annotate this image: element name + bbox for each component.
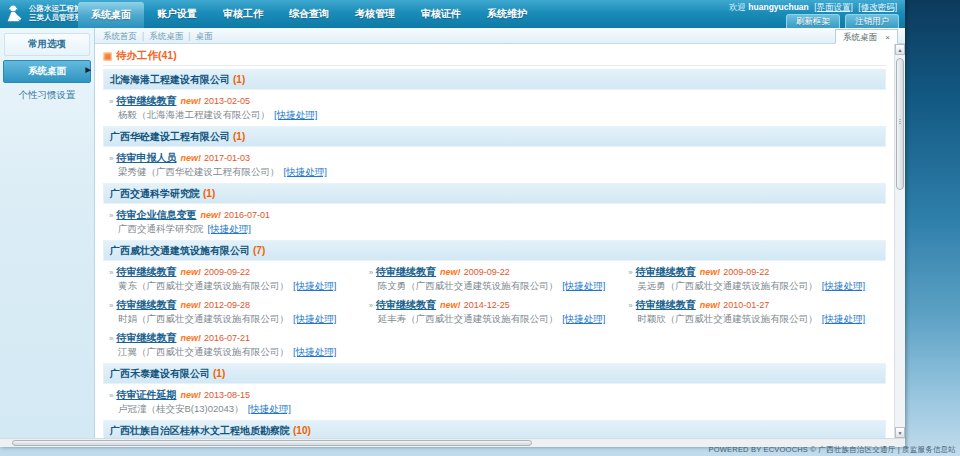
- item-bullet-icon: »: [369, 301, 373, 310]
- top-action-button[interactable]: 刷新框架: [786, 14, 840, 28]
- horizontal-scroll-thumb[interactable]: [12, 440, 532, 446]
- item-date: 2013-02-05: [204, 96, 250, 106]
- todo-item-header: »待审继续教育new!2009-09-22: [628, 266, 880, 279]
- item-bullet-icon: »: [109, 268, 113, 277]
- item-target: 梁秀健（广西华砼建设工程有限公司）: [118, 166, 280, 177]
- item-new-flag: new!: [180, 267, 201, 277]
- quick-handle-link[interactable]: [快捷处理]: [822, 280, 865, 291]
- breadcrumb-item[interactable]: 系统桌面: [149, 31, 183, 41]
- quick-handle-link[interactable]: [快捷处理]: [208, 223, 251, 234]
- quick-handle-link[interactable]: [快捷处理]: [822, 313, 865, 324]
- todo-item-header: »待审继续教育new!2010-01-27: [628, 299, 880, 312]
- quick-handle-link[interactable]: [快捷处理]: [248, 403, 291, 414]
- group-section: 广西华砼建设工程有限公司(1)»待审申报人员new!2017-01-03梁秀健（…: [103, 126, 886, 180]
- group-header: 广西禾泰建设有限公司(1): [103, 363, 886, 384]
- content-tab-desktop[interactable]: 系统桌面 ×: [835, 29, 898, 44]
- todo-item-detail: 杨毅（北海海港工程建设有限公司）[快捷处理]: [109, 109, 361, 121]
- item-title-link[interactable]: 待审申报人员: [116, 152, 176, 163]
- item-target: 吴远勇（广西威壮交通建筑设施有限公司）: [637, 280, 818, 291]
- item-date: 2009-09-22: [204, 267, 250, 277]
- item-title-link[interactable]: 待审企业信息变更: [116, 209, 196, 220]
- vertical-scrollbar[interactable]: ▲ ▼: [894, 44, 905, 438]
- breadcrumb-separator: |: [188, 31, 190, 41]
- item-bullet-icon: »: [109, 211, 113, 220]
- item-title-link[interactable]: 待审继续教育: [116, 95, 176, 106]
- menu-item[interactable]: 系统桌面: [78, 2, 144, 28]
- top-navigation-bar: 公路水运工程施工企业 三类人员管理系统 系统桌面账户设置审核工作综合查询考核管理…: [0, 0, 905, 28]
- group-count: (1): [203, 188, 215, 199]
- group-company-name: 广西壮族自治区桂林水文工程地质勘察院: [110, 425, 290, 436]
- item-target: 卢冠潼（桂交安B(13)02043）: [118, 403, 244, 414]
- menu-item[interactable]: 账户设置: [144, 0, 210, 28]
- worker-logo-icon: [4, 2, 26, 24]
- breadcrumb-item[interactable]: 系统首页: [103, 31, 137, 41]
- breadcrumb-item[interactable]: 桌面: [195, 31, 212, 41]
- item-target: 黄东（广西威壮交通建筑设施有限公司）: [118, 280, 289, 291]
- group-section: 广西壮族自治区桂林水文工程地质勘察院(10)»待审证件延期new!2008-03…: [103, 420, 886, 438]
- todo-item: »待审企业信息变更new!2016-07-01广西交通科学研究院[快捷处理]: [105, 204, 365, 237]
- group-header: 广西威壮交通建筑设施有限公司(7): [103, 240, 886, 261]
- item-title-link[interactable]: 待审继续教育: [636, 266, 696, 277]
- item-title-link[interactable]: 待审继续教育: [116, 299, 176, 310]
- change-password-link[interactable]: [修改密码]: [858, 2, 897, 12]
- quick-handle-link[interactable]: [快捷处理]: [293, 280, 336, 291]
- item-title-link[interactable]: 待审继续教育: [636, 299, 696, 310]
- item-bullet-icon: »: [109, 301, 113, 310]
- group-count: (7): [253, 245, 265, 256]
- group-items: »待审申报人员new!2017-01-03梁秀健（广西华砼建设工程有限公司）[快…: [103, 147, 886, 180]
- todo-item-detail: 黄东（广西威壮交通建筑设施有限公司）[快捷处理]: [109, 280, 361, 292]
- item-date: 2009-09-22: [464, 267, 510, 277]
- todo-groups: 北海海港工程建设有限公司(1)»待审继续教育new!2013-02-05杨毅（北…: [103, 69, 886, 438]
- app-window: 公路水运工程施工企业 三类人员管理系统 系统桌面账户设置审核工作综合查询考核管理…: [0, 0, 905, 447]
- quick-handle-link[interactable]: [快捷处理]: [562, 280, 605, 291]
- group-header: 广西华砼建设工程有限公司(1): [103, 126, 886, 147]
- scroll-down-icon[interactable]: ▼: [895, 427, 905, 438]
- quick-handle-link[interactable]: [快捷处理]: [293, 313, 336, 324]
- todo-item-header: »待审证件延期new!2013-08-15: [109, 389, 361, 402]
- interface-settings-link[interactable]: [界面设置]: [814, 2, 853, 12]
- menu-item[interactable]: 审核工作: [210, 0, 276, 28]
- group-section: 北海海港工程建设有限公司(1)»待审继续教育new!2013-02-05杨毅（北…: [103, 69, 886, 123]
- top-action-buttons: 刷新框架注销用户: [781, 14, 899, 28]
- quick-handle-link[interactable]: [快捷处理]: [562, 313, 605, 324]
- todo-title-text: 待办工作(41): [116, 49, 177, 63]
- item-bullet-icon: »: [109, 391, 113, 400]
- sidebar-item[interactable]: 系统桌面▶: [3, 60, 91, 83]
- sidebar: 常用选项 系统桌面▶个性习惯设置: [0, 28, 95, 438]
- top-action-button[interactable]: 注销用户: [845, 14, 899, 28]
- item-bullet-icon: »: [628, 268, 632, 277]
- item-title-link[interactable]: 待审继续教育: [116, 266, 176, 277]
- item-target: 陈文勇（广西威壮交通建筑设施有限公司）: [378, 280, 559, 291]
- group-header: 北海海港工程建设有限公司(1): [103, 69, 886, 90]
- todo-item-header: »待审继续教育new!2013-02-05: [109, 95, 361, 108]
- todo-item-header: »待审继续教育new!2009-09-22: [109, 266, 361, 279]
- quick-handle-link[interactable]: [快捷处理]: [293, 346, 336, 357]
- menu-item[interactable]: 系统维护: [474, 0, 540, 28]
- item-title-link[interactable]: 待审继续教育: [116, 332, 176, 343]
- main-menu: 系统桌面账户设置审核工作综合查询考核管理审核证件系统维护: [78, 0, 540, 28]
- sidebar-item[interactable]: 个性习惯设置: [3, 85, 91, 106]
- todo-icon: [103, 52, 112, 61]
- item-title-link[interactable]: 待审继续教育: [376, 266, 436, 277]
- todo-item-detail: 陈文勇（广西威壮交通建筑设施有限公司）[快捷处理]: [369, 280, 621, 292]
- todo-item: »待审继续教育new!2010-01-27时颖欣（广西威壮交通建筑设施有限公司）…: [624, 294, 884, 327]
- group-company-name: 广西华砼建设工程有限公司: [110, 131, 230, 142]
- sidebar-header: 常用选项: [4, 33, 90, 56]
- vertical-scroll-thumb[interactable]: [896, 58, 904, 190]
- item-date: 2016-07-01: [224, 210, 270, 220]
- sidebar-active-arrow-icon: ▶: [86, 66, 91, 74]
- scroll-up-icon[interactable]: ▲: [895, 44, 905, 55]
- item-title-link[interactable]: 待审证件延期: [116, 389, 176, 400]
- item-title-link[interactable]: 待审继续教育: [376, 299, 436, 310]
- quick-handle-link[interactable]: [快捷处理]: [284, 166, 327, 177]
- group-section: 广西威壮交通建筑设施有限公司(7)»待审继续教育new!2009-09-22黄东…: [103, 240, 886, 360]
- quick-handle-link[interactable]: [快捷处理]: [274, 109, 317, 120]
- welcome-bar: 欢迎 huangyuchuan [界面设置] [修改密码]: [729, 2, 897, 14]
- menu-item[interactable]: 审核证件: [408, 0, 474, 28]
- menu-item[interactable]: 综合查询: [276, 0, 342, 28]
- item-date: 2012-09-28: [204, 300, 250, 310]
- item-new-flag: new!: [180, 333, 201, 343]
- item-date: 2009-09-22: [723, 267, 769, 277]
- menu-item[interactable]: 考核管理: [342, 0, 408, 28]
- tab-close-icon[interactable]: ×: [885, 33, 890, 42]
